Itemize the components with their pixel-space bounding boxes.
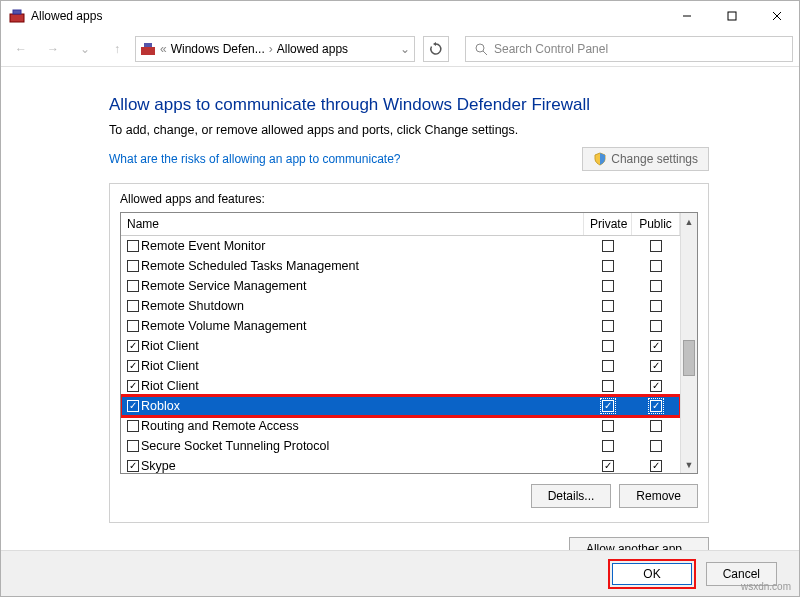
maximize-button[interactable]: [709, 1, 754, 31]
table-row[interactable]: Routing and Remote Access: [121, 416, 680, 436]
remove-button[interactable]: Remove: [619, 484, 698, 508]
recent-dropdown[interactable]: ⌄: [71, 35, 99, 63]
checkbox[interactable]: [650, 420, 662, 432]
scrollbar[interactable]: ▲ ▼: [680, 213, 697, 473]
shield-icon: [593, 152, 607, 166]
checkbox[interactable]: [650, 440, 662, 452]
scroll-thumb[interactable]: [683, 340, 695, 376]
col-public[interactable]: Public: [632, 213, 680, 235]
svg-rect-2: [13, 10, 21, 14]
refresh-button[interactable]: [423, 36, 449, 62]
col-name[interactable]: Name: [121, 213, 584, 235]
app-name: Remote Volume Management: [141, 319, 306, 333]
table-row[interactable]: Skype: [121, 456, 680, 473]
risks-link[interactable]: What are the risks of allowing an app to…: [109, 152, 400, 166]
svg-rect-7: [141, 47, 155, 55]
checkbox[interactable]: [650, 280, 662, 292]
checkbox[interactable]: [127, 300, 139, 312]
svg-rect-8: [144, 43, 152, 47]
checkbox[interactable]: [602, 380, 614, 392]
footer: OK Cancel: [1, 550, 799, 596]
checkbox[interactable]: [650, 260, 662, 272]
checkbox[interactable]: [602, 320, 614, 332]
details-button[interactable]: Details...: [531, 484, 612, 508]
search-placeholder: Search Control Panel: [494, 42, 608, 56]
checkbox[interactable]: [602, 340, 614, 352]
col-private[interactable]: Private: [584, 213, 632, 235]
forward-button[interactable]: →: [39, 35, 67, 63]
app-name: Roblox: [141, 399, 180, 413]
checkbox[interactable]: [650, 400, 662, 412]
table-row[interactable]: Remote Event Monitor: [121, 236, 680, 256]
breadcrumb[interactable]: Windows Defen...: [171, 42, 265, 56]
checkbox[interactable]: [127, 420, 139, 432]
back-button[interactable]: ←: [7, 35, 35, 63]
checkbox[interactable]: [127, 400, 139, 412]
apps-list: Name Private Public Remote Event Monitor…: [120, 212, 698, 474]
content: Allow apps to communicate through Window…: [1, 67, 799, 550]
checkbox[interactable]: [127, 380, 139, 392]
checkbox[interactable]: [127, 320, 139, 332]
table-row[interactable]: Riot Client: [121, 336, 680, 356]
table-row[interactable]: Remote Volume Management: [121, 316, 680, 336]
checkbox[interactable]: [650, 380, 662, 392]
checkbox[interactable]: [650, 240, 662, 252]
search-input[interactable]: Search Control Panel: [465, 36, 793, 62]
table-row[interactable]: Remote Scheduled Tasks Management: [121, 256, 680, 276]
ok-highlight: OK: [608, 559, 695, 589]
checkbox[interactable]: [127, 340, 139, 352]
change-settings-button[interactable]: Change settings: [582, 147, 709, 171]
chevron-icon: «: [160, 42, 167, 56]
up-button[interactable]: ↑: [103, 35, 131, 63]
checkbox[interactable]: [127, 460, 139, 472]
address-bar[interactable]: « Windows Defen... › Allowed apps ⌄: [135, 36, 415, 62]
scroll-down-button[interactable]: ▼: [681, 456, 697, 473]
checkbox[interactable]: [127, 360, 139, 372]
checkbox[interactable]: [127, 240, 139, 252]
table-row[interactable]: Remote Shutdown: [121, 296, 680, 316]
checkbox[interactable]: [650, 320, 662, 332]
window-title: Allowed apps: [31, 9, 664, 23]
titlebar: Allowed apps: [1, 1, 799, 31]
checkbox[interactable]: [602, 460, 614, 472]
checkbox[interactable]: [602, 440, 614, 452]
checkbox[interactable]: [127, 440, 139, 452]
app-name: Remote Event Monitor: [141, 239, 265, 253]
app-name: Remote Scheduled Tasks Management: [141, 259, 359, 273]
allowed-apps-panel: Allowed apps and features: Name Private …: [109, 183, 709, 523]
checkbox[interactable]: [602, 280, 614, 292]
firewall-icon: [9, 8, 25, 24]
table-row[interactable]: Remote Service Management: [121, 276, 680, 296]
checkbox[interactable]: [602, 400, 614, 412]
scroll-up-button[interactable]: ▲: [681, 213, 697, 230]
checkbox[interactable]: [127, 280, 139, 292]
app-name: Riot Client: [141, 359, 199, 373]
checkbox[interactable]: [602, 300, 614, 312]
minimize-button[interactable]: [664, 1, 709, 31]
checkbox[interactable]: [650, 340, 662, 352]
ok-button[interactable]: OK: [612, 563, 691, 585]
scroll-track[interactable]: [681, 230, 697, 456]
checkbox[interactable]: [650, 460, 662, 472]
allow-another-app-button[interactable]: Allow another app...: [569, 537, 709, 550]
checkbox[interactable]: [602, 240, 614, 252]
search-icon: [474, 42, 488, 56]
checkbox[interactable]: [127, 260, 139, 272]
table-row[interactable]: Secure Socket Tunneling Protocol: [121, 436, 680, 456]
checkbox[interactable]: [650, 300, 662, 312]
checkbox[interactable]: [650, 360, 662, 372]
app-name: Skype: [141, 459, 176, 473]
checkbox[interactable]: [602, 420, 614, 432]
table-row[interactable]: Roblox: [121, 396, 680, 416]
chevron-down-icon[interactable]: ⌄: [400, 42, 410, 56]
svg-rect-0: [10, 14, 24, 22]
checkbox[interactable]: [602, 260, 614, 272]
checkbox[interactable]: [602, 360, 614, 372]
navbar: ← → ⌄ ↑ « Windows Defen... › Allowed app…: [1, 31, 799, 67]
app-name: Secure Socket Tunneling Protocol: [141, 439, 329, 453]
table-row[interactable]: Riot Client: [121, 356, 680, 376]
breadcrumb[interactable]: Allowed apps: [277, 42, 348, 56]
close-button[interactable]: [754, 1, 799, 31]
svg-rect-4: [728, 12, 736, 20]
table-row[interactable]: Riot Client: [121, 376, 680, 396]
